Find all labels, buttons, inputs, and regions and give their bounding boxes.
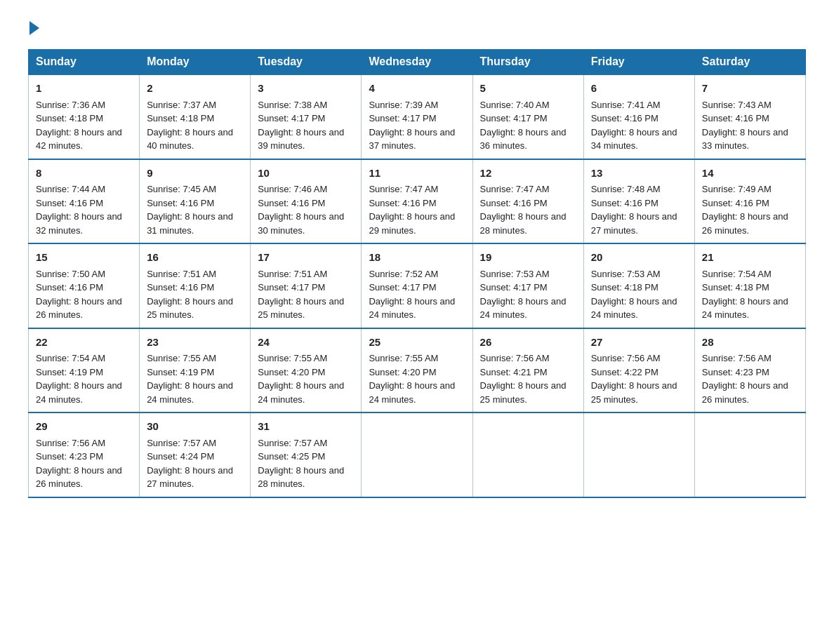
weekday-header-thursday: Thursday: [472, 50, 583, 75]
day-info: Sunrise: 7:55 AMSunset: 4:20 PMDaylight:…: [258, 353, 344, 405]
table-row: 24Sunrise: 7:55 AMSunset: 4:20 PMDayligh…: [251, 328, 362, 413]
day-info: Sunrise: 7:57 AMSunset: 4:24 PMDaylight:…: [147, 438, 233, 490]
table-row: 9Sunrise: 7:45 AMSunset: 4:16 PMDaylight…: [140, 159, 251, 244]
logo: [28, 21, 41, 35]
table-row: 6Sunrise: 7:41 AMSunset: 4:16 PMDaylight…: [583, 74, 694, 159]
day-number: 27: [591, 335, 687, 351]
day-info: Sunrise: 7:39 AMSunset: 4:17 PMDaylight:…: [369, 100, 455, 152]
calendar-week-row: 15Sunrise: 7:50 AMSunset: 4:16 PMDayligh…: [29, 243, 806, 328]
table-row: 13Sunrise: 7:48 AMSunset: 4:16 PMDayligh…: [583, 159, 694, 244]
day-info: Sunrise: 7:52 AMSunset: 4:17 PMDaylight:…: [369, 269, 455, 321]
day-number: 6: [591, 81, 687, 97]
day-info: Sunrise: 7:38 AMSunset: 4:17 PMDaylight:…: [258, 100, 344, 152]
day-number: 20: [591, 250, 687, 266]
table-row: 29Sunrise: 7:56 AMSunset: 4:23 PMDayligh…: [29, 412, 140, 497]
table-row: [362, 412, 472, 497]
table-row: 28Sunrise: 7:56 AMSunset: 4:23 PMDayligh…: [694, 328, 805, 413]
day-info: Sunrise: 7:53 AMSunset: 4:17 PMDaylight:…: [480, 269, 567, 321]
day-info: Sunrise: 7:47 AMSunset: 4:16 PMDaylight:…: [369, 184, 455, 236]
table-row: 15Sunrise: 7:50 AMSunset: 4:16 PMDayligh…: [29, 243, 140, 328]
table-row: 22Sunrise: 7:54 AMSunset: 4:19 PMDayligh…: [29, 328, 140, 413]
table-row: 19Sunrise: 7:53 AMSunset: 4:17 PMDayligh…: [472, 243, 583, 328]
day-number: 10: [258, 166, 354, 182]
day-info: Sunrise: 7:44 AMSunset: 4:16 PMDaylight:…: [36, 184, 122, 236]
table-row: 10Sunrise: 7:46 AMSunset: 4:16 PMDayligh…: [251, 159, 362, 244]
day-info: Sunrise: 7:55 AMSunset: 4:19 PMDaylight:…: [147, 353, 233, 405]
table-row: [472, 412, 583, 497]
table-row: 7Sunrise: 7:43 AMSunset: 4:16 PMDaylight…: [694, 74, 805, 159]
table-row: 11Sunrise: 7:47 AMSunset: 4:16 PMDayligh…: [362, 159, 472, 244]
day-info: Sunrise: 7:47 AMSunset: 4:16 PMDaylight:…: [480, 184, 567, 236]
table-row: 23Sunrise: 7:55 AMSunset: 4:19 PMDayligh…: [140, 328, 251, 413]
table-row: 31Sunrise: 7:57 AMSunset: 4:25 PMDayligh…: [251, 412, 362, 497]
day-number: 21: [702, 250, 798, 266]
day-info: Sunrise: 7:37 AMSunset: 4:18 PMDaylight:…: [147, 100, 233, 152]
calendar-week-row: 29Sunrise: 7:56 AMSunset: 4:23 PMDayligh…: [29, 412, 806, 497]
day-number: 8: [36, 166, 132, 182]
day-number: 9: [147, 166, 243, 182]
calendar-table: SundayMondayTuesdayWednesdayThursdayFrid…: [28, 49, 806, 498]
day-number: 19: [480, 250, 576, 266]
table-row: 27Sunrise: 7:56 AMSunset: 4:22 PMDayligh…: [583, 328, 694, 413]
weekday-header-row: SundayMondayTuesdayWednesdayThursdayFrid…: [29, 50, 806, 75]
table-row: 2Sunrise: 7:37 AMSunset: 4:18 PMDaylight…: [140, 74, 251, 159]
table-row: 4Sunrise: 7:39 AMSunset: 4:17 PMDaylight…: [362, 74, 472, 159]
day-number: 5: [480, 81, 576, 97]
calendar-week-row: 22Sunrise: 7:54 AMSunset: 4:19 PMDayligh…: [29, 328, 806, 413]
day-info: Sunrise: 7:51 AMSunset: 4:17 PMDaylight:…: [258, 269, 344, 321]
table-row: 30Sunrise: 7:57 AMSunset: 4:24 PMDayligh…: [140, 412, 251, 497]
day-number: 22: [36, 335, 132, 351]
day-info: Sunrise: 7:56 AMSunset: 4:22 PMDaylight:…: [591, 353, 677, 405]
table-row: 8Sunrise: 7:44 AMSunset: 4:16 PMDaylight…: [29, 159, 140, 244]
weekday-header-wednesday: Wednesday: [362, 50, 472, 75]
table-row: 12Sunrise: 7:47 AMSunset: 4:16 PMDayligh…: [472, 159, 583, 244]
day-number: 23: [147, 335, 243, 351]
table-row: 17Sunrise: 7:51 AMSunset: 4:17 PMDayligh…: [251, 243, 362, 328]
table-row: 3Sunrise: 7:38 AMSunset: 4:17 PMDaylight…: [251, 74, 362, 159]
day-info: Sunrise: 7:51 AMSunset: 4:16 PMDaylight:…: [147, 269, 233, 321]
logo-arrow-icon: [29, 21, 39, 35]
day-info: Sunrise: 7:40 AMSunset: 4:17 PMDaylight:…: [480, 100, 567, 152]
day-info: Sunrise: 7:50 AMSunset: 4:16 PMDaylight:…: [36, 269, 122, 321]
day-number: 17: [258, 250, 354, 266]
day-number: 4: [369, 81, 465, 97]
day-info: Sunrise: 7:56 AMSunset: 4:23 PMDaylight:…: [702, 353, 788, 405]
weekday-header-tuesday: Tuesday: [251, 50, 362, 75]
table-row: 16Sunrise: 7:51 AMSunset: 4:16 PMDayligh…: [140, 243, 251, 328]
weekday-header-friday: Friday: [583, 50, 694, 75]
weekday-header-saturday: Saturday: [694, 50, 805, 75]
day-info: Sunrise: 7:54 AMSunset: 4:19 PMDaylight:…: [36, 353, 122, 405]
weekday-header-monday: Monday: [140, 50, 251, 75]
day-info: Sunrise: 7:56 AMSunset: 4:23 PMDaylight:…: [36, 438, 122, 490]
day-info: Sunrise: 7:49 AMSunset: 4:16 PMDaylight:…: [702, 184, 788, 236]
day-number: 2: [147, 81, 243, 97]
page-header: [28, 21, 806, 35]
day-info: Sunrise: 7:55 AMSunset: 4:20 PMDaylight:…: [369, 353, 455, 405]
day-info: Sunrise: 7:56 AMSunset: 4:21 PMDaylight:…: [480, 353, 567, 405]
day-info: Sunrise: 7:41 AMSunset: 4:16 PMDaylight:…: [591, 100, 677, 152]
table-row: 18Sunrise: 7:52 AMSunset: 4:17 PMDayligh…: [362, 243, 472, 328]
day-number: 11: [369, 166, 465, 182]
calendar-week-row: 8Sunrise: 7:44 AMSunset: 4:16 PMDaylight…: [29, 159, 806, 244]
table-row: 14Sunrise: 7:49 AMSunset: 4:16 PMDayligh…: [694, 159, 805, 244]
day-info: Sunrise: 7:43 AMSunset: 4:16 PMDaylight:…: [702, 100, 788, 152]
day-number: 16: [147, 250, 243, 266]
day-number: 29: [36, 419, 132, 435]
table-row: 25Sunrise: 7:55 AMSunset: 4:20 PMDayligh…: [362, 328, 472, 413]
day-info: Sunrise: 7:46 AMSunset: 4:16 PMDaylight:…: [258, 184, 344, 236]
calendar-week-row: 1Sunrise: 7:36 AMSunset: 4:18 PMDaylight…: [29, 74, 806, 159]
table-row: [694, 412, 805, 497]
table-row: 20Sunrise: 7:53 AMSunset: 4:18 PMDayligh…: [583, 243, 694, 328]
day-info: Sunrise: 7:53 AMSunset: 4:18 PMDaylight:…: [591, 269, 677, 321]
day-number: 1: [36, 81, 132, 97]
day-number: 3: [258, 81, 354, 97]
day-info: Sunrise: 7:54 AMSunset: 4:18 PMDaylight:…: [702, 269, 788, 321]
table-row: 5Sunrise: 7:40 AMSunset: 4:17 PMDaylight…: [472, 74, 583, 159]
day-number: 31: [258, 419, 354, 435]
day-number: 24: [258, 335, 354, 351]
day-number: 12: [480, 166, 576, 182]
table-row: [583, 412, 694, 497]
day-number: 30: [147, 419, 243, 435]
day-info: Sunrise: 7:36 AMSunset: 4:18 PMDaylight:…: [36, 100, 122, 152]
day-number: 26: [480, 335, 576, 351]
